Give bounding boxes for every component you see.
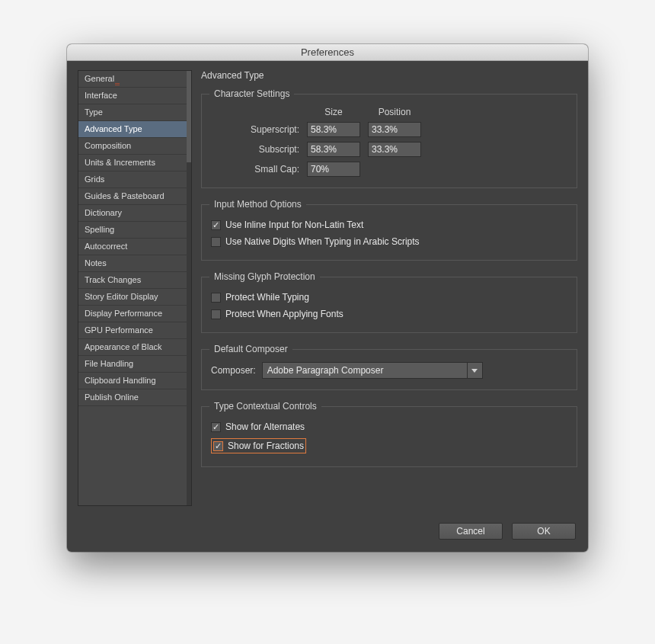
superscript-label: Superscript: bbox=[211, 124, 299, 135]
sidebar-item-autocorrect[interactable]: Autocorrect bbox=[78, 239, 191, 255]
main-panel: Advanced Type Character Settings Size Po… bbox=[201, 70, 577, 506]
protect-typing-label: Protect While Typing bbox=[225, 292, 309, 303]
inline-input-checkbox[interactable] bbox=[211, 220, 221, 230]
window-title: Preferences bbox=[301, 46, 354, 58]
chevron-down-icon bbox=[467, 363, 482, 378]
sidebar-item-units-increments[interactable]: Units & Increments bbox=[78, 155, 191, 171]
glyph-protection-legend: Missing Glyph Protection bbox=[209, 271, 320, 282]
glyph-protection-group: Missing Glyph Protection Protect While T… bbox=[201, 271, 577, 333]
ok-button[interactable]: OK bbox=[512, 523, 576, 540]
sidebar-item-composition[interactable]: Composition bbox=[78, 138, 191, 155]
show-alternates-checkbox[interactable] bbox=[211, 422, 221, 432]
composer-value: Adobe Paragraph Composer bbox=[263, 365, 467, 376]
native-digits-label: Use Native Digits When Typing in Arabic … bbox=[225, 236, 420, 247]
panel-title: Advanced Type bbox=[201, 70, 577, 81]
sidebar-item-clipboard-handling[interactable]: Clipboard Handling bbox=[78, 373, 191, 389]
input-method-group: Input Method Options Use Inline Input fo… bbox=[201, 199, 577, 261]
position-header: Position bbox=[368, 107, 421, 117]
sidebar-item-story-editor-display[interactable]: Story Editor Display bbox=[78, 289, 191, 306]
sidebar-scrollbar[interactable] bbox=[187, 71, 191, 505]
show-alternates-label: Show for Alternates bbox=[225, 421, 305, 432]
titlebar[interactable]: Preferences bbox=[67, 44, 588, 61]
show-fractions-highlight: Show for Fractions bbox=[211, 438, 306, 453]
size-header: Size bbox=[307, 107, 360, 117]
subscript-size-input[interactable] bbox=[307, 142, 360, 157]
composer-label: Composer: bbox=[211, 365, 256, 376]
sidebar-item-display-performance[interactable]: Display Performance bbox=[78, 306, 191, 322]
character-settings-group: Character Settings Size Position Supersc… bbox=[201, 88, 577, 188]
subscript-position-input[interactable] bbox=[368, 142, 421, 157]
contextual-controls-legend: Type Contextual Controls bbox=[209, 401, 321, 412]
sidebar-item-general[interactable]: General bbox=[78, 71, 191, 88]
sidebar-item-advanced-type[interactable]: Advanced Type bbox=[78, 121, 191, 138]
sidebar-item-track-changes[interactable]: Track Changes bbox=[78, 272, 191, 289]
sidebar-item-gpu-performance[interactable]: GPU Performance bbox=[78, 322, 191, 339]
window-body: GeneralInterfaceTypeAdvanced TypeComposi… bbox=[67, 61, 588, 518]
default-composer-group: Default Composer Composer: Adobe Paragra… bbox=[201, 344, 577, 390]
show-fractions-checkbox[interactable] bbox=[213, 441, 223, 451]
cancel-button[interactable]: Cancel bbox=[439, 523, 503, 540]
smallcap-size-input[interactable] bbox=[307, 162, 360, 177]
protect-fonts-label: Protect When Applying Fonts bbox=[225, 309, 343, 319]
subscript-label: Subscript: bbox=[211, 144, 299, 155]
sidebar-scroll-thumb[interactable] bbox=[187, 71, 191, 162]
superscript-position-input[interactable] bbox=[368, 122, 421, 137]
protect-typing-checkbox[interactable] bbox=[211, 293, 221, 303]
sidebar-item-guides-pasteboard[interactable]: Guides & Pasteboard bbox=[78, 188, 191, 205]
sidebar-item-dictionary[interactable]: Dictionary bbox=[78, 205, 191, 222]
show-fractions-label: Show for Fractions bbox=[228, 441, 304, 451]
sidebar: GeneralInterfaceTypeAdvanced TypeComposi… bbox=[78, 70, 192, 506]
contextual-controls-group: Type Contextual Controls Show for Altern… bbox=[201, 401, 577, 467]
sidebar-item-interface[interactable]: Interface bbox=[78, 88, 191, 104]
sidebar-item-spelling[interactable]: Spelling bbox=[78, 222, 191, 239]
character-settings-legend: Character Settings bbox=[209, 88, 294, 99]
composer-select[interactable]: Adobe Paragraph Composer bbox=[262, 362, 483, 379]
default-composer-legend: Default Composer bbox=[209, 344, 292, 354]
sidebar-item-notes[interactable]: Notes bbox=[78, 255, 191, 272]
native-digits-checkbox[interactable] bbox=[211, 237, 221, 247]
inline-input-label: Use Inline Input for Non-Latin Text bbox=[225, 219, 363, 230]
sidebar-item-appearance-of-black[interactable]: Appearance of Black bbox=[78, 339, 191, 356]
sidebar-item-publish-online[interactable]: Publish Online bbox=[78, 389, 191, 406]
sidebar-item-grids[interactable]: Grids bbox=[78, 171, 191, 188]
protect-fonts-checkbox[interactable] bbox=[211, 309, 221, 319]
sidebar-item-type[interactable]: Type bbox=[78, 104, 191, 121]
superscript-size-input[interactable] bbox=[307, 122, 360, 137]
sidebar-item-file-handling[interactable]: File Handling bbox=[78, 356, 191, 373]
input-method-legend: Input Method Options bbox=[209, 199, 306, 210]
preferences-window: Preferences GeneralInterfaceTypeAdvanced… bbox=[67, 44, 588, 552]
smallcap-label: Small Cap: bbox=[211, 164, 299, 175]
footer: Cancel OK bbox=[67, 518, 588, 552]
